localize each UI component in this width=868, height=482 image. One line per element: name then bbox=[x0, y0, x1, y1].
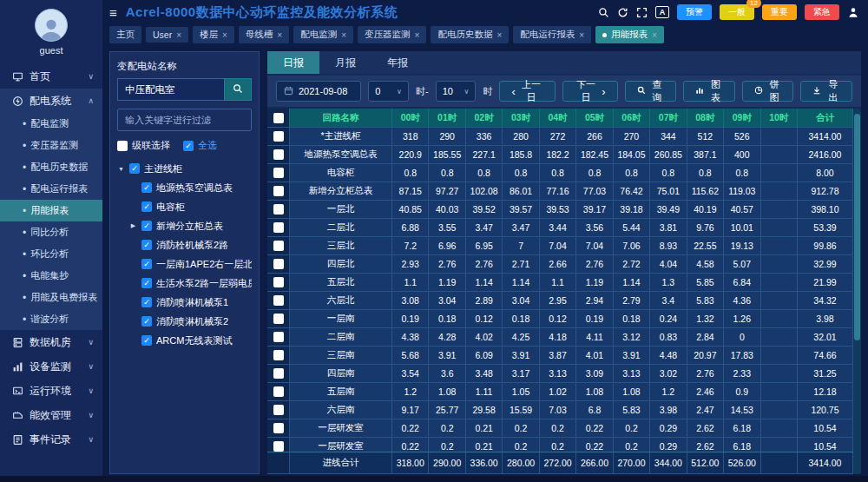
report-tab-年报[interactable]: 年报 bbox=[372, 51, 424, 74]
menu-toggle-icon[interactable]: ≡ bbox=[109, 5, 117, 20]
tree-node-root[interactable]: ▼主进线柜 bbox=[117, 159, 252, 178]
hour-to-select[interactable]: 10 ∨ bbox=[436, 81, 477, 102]
refresh-icon[interactable] bbox=[617, 7, 628, 18]
language-icon[interactable]: A bbox=[655, 6, 669, 18]
report-tab-日报[interactable]: 日报 bbox=[267, 51, 319, 74]
fullscreen-icon[interactable] bbox=[636, 7, 648, 18]
tree-node-一层南1APE2右一层北1APE1左[interactable]: 一层南1APE2右一层北1APE1左 bbox=[117, 254, 252, 274]
tree-checkbox[interactable] bbox=[141, 316, 152, 327]
prev-day-button[interactable]: ‹ 上一日 bbox=[499, 81, 555, 102]
alarm-button-重要[interactable]: 重要 bbox=[762, 4, 797, 20]
tab-楼层[interactable]: 楼层× bbox=[193, 26, 234, 43]
row-checkbox[interactable] bbox=[273, 186, 284, 196]
row-checkbox[interactable] bbox=[273, 368, 284, 379]
sidebar-subitem-用能及电费报表[interactable]: •用能及电费报表 bbox=[0, 287, 102, 308]
chart-button[interactable]: 图表 bbox=[683, 81, 735, 102]
sidebar-subitem-变压器监测[interactable]: •变压器监测 bbox=[0, 135, 102, 156]
row-checkbox[interactable] bbox=[273, 277, 284, 287]
tree-node-ARCM无线表测试[interactable]: ARCM无线表测试 bbox=[117, 331, 252, 350]
row-checkbox[interactable] bbox=[273, 441, 284, 452]
tree-node-消防喷淋机械泵1[interactable]: 消防喷淋机械泵1 bbox=[117, 293, 252, 312]
row-checkbox[interactable] bbox=[273, 423, 284, 433]
row-checkbox[interactable] bbox=[273, 241, 284, 251]
tree-checkbox[interactable] bbox=[141, 201, 152, 212]
query-button[interactable]: 查询 bbox=[625, 81, 677, 102]
alarm-button-一般[interactable]: 一般12 bbox=[720, 4, 754, 20]
close-icon[interactable]: × bbox=[176, 30, 181, 40]
row-checkbox[interactable] bbox=[273, 113, 284, 123]
sidebar-subitem-环比分析[interactable]: •环比分析 bbox=[0, 243, 102, 265]
close-icon[interactable]: × bbox=[277, 30, 282, 40]
caret-down-icon[interactable]: ▼ bbox=[117, 166, 125, 172]
avatar[interactable] bbox=[35, 9, 68, 42]
sidebar-subitem-同比分析[interactable]: •同比分析 bbox=[0, 221, 102, 243]
tree-checkbox[interactable] bbox=[141, 240, 152, 250]
hour-from-select[interactable]: 0 ∨ bbox=[368, 81, 409, 102]
tree-node-消防喷淋机械泵2[interactable]: 消防喷淋机械泵2 bbox=[117, 312, 252, 331]
row-checkbox[interactable] bbox=[273, 386, 284, 397]
row-checkbox[interactable] bbox=[273, 295, 284, 306]
sidebar-item-数据机房[interactable]: 数据机房∨ bbox=[0, 330, 102, 354]
tree-node-消防栓机械泵2路[interactable]: 消防栓机械泵2路 bbox=[117, 235, 252, 254]
tree-checkbox[interactable] bbox=[141, 259, 152, 269]
close-icon[interactable]: × bbox=[652, 30, 657, 40]
user-icon[interactable] bbox=[847, 6, 859, 18]
close-icon[interactable]: × bbox=[415, 30, 420, 40]
sidebar-subitem-配电监测[interactable]: •配电监测 bbox=[0, 113, 102, 135]
row-checkbox[interactable] bbox=[273, 149, 284, 160]
date-picker[interactable]: 2021-09-08 bbox=[276, 81, 361, 102]
tree-checkbox[interactable] bbox=[129, 163, 140, 174]
tab-母线槽[interactable]: 母线槽× bbox=[239, 26, 289, 43]
station-search-button[interactable] bbox=[224, 78, 252, 101]
close-icon[interactable]: × bbox=[222, 30, 227, 40]
alarm-button-紧急[interactable]: 紧急 bbox=[805, 4, 839, 20]
row-checkbox[interactable] bbox=[273, 405, 284, 415]
tree-checkbox[interactable] bbox=[141, 335, 152, 346]
sidebar-subitem-配电历史数据[interactable]: •配电历史数据 bbox=[0, 156, 102, 178]
row-checkbox[interactable] bbox=[273, 222, 284, 233]
close-icon[interactable]: × bbox=[341, 30, 346, 40]
cascade-checkbox[interactable] bbox=[117, 141, 128, 151]
tree-node-地源热泵空调总表[interactable]: 地源热泵空调总表 bbox=[117, 178, 252, 197]
tab-User[interactable]: User× bbox=[146, 27, 188, 43]
sidebar-item-配电系统[interactable]: 配电系统∧ bbox=[0, 89, 102, 113]
row-checkbox[interactable] bbox=[273, 131, 284, 142]
tree-node-新增分立柜总表[interactable]: ▶新增分立柜总表 bbox=[117, 216, 252, 235]
tab-配电历史数据[interactable]: 配电历史数据× bbox=[431, 26, 509, 43]
sidebar-item-运行环境[interactable]: 运行环境∨ bbox=[0, 379, 102, 403]
next-day-button[interactable]: 下一日 › bbox=[562, 81, 618, 102]
sidebar-subitem-电能集抄[interactable]: •电能集抄 bbox=[0, 265, 102, 287]
keyword-filter-input[interactable] bbox=[117, 109, 252, 131]
tab-配电监测[interactable]: 配电监测× bbox=[293, 26, 353, 43]
tree-node-电容柜[interactable]: 电容柜 bbox=[117, 197, 252, 216]
sidebar-subitem-配电运行报表[interactable]: •配电运行报表 bbox=[0, 178, 102, 200]
tab-变压器监测[interactable]: 变压器监测× bbox=[358, 26, 426, 43]
close-icon[interactable]: × bbox=[496, 30, 502, 40]
select-all-checkbox[interactable] bbox=[183, 141, 194, 151]
close-icon[interactable]: × bbox=[579, 30, 584, 40]
row-checkbox[interactable] bbox=[273, 332, 284, 342]
tree-checkbox[interactable] bbox=[141, 182, 152, 193]
tree-checkbox[interactable] bbox=[141, 297, 152, 307]
row-checkbox[interactable] bbox=[273, 350, 284, 360]
sidebar-item-首页[interactable]: 首页∨ bbox=[0, 64, 102, 89]
row-checkbox[interactable] bbox=[273, 259, 284, 269]
table-scrollbar[interactable] bbox=[853, 109, 861, 474]
row-checkbox[interactable] bbox=[273, 204, 284, 215]
tree-checkbox[interactable] bbox=[141, 221, 152, 231]
station-select[interactable]: 中压配电室 bbox=[117, 78, 224, 101]
scrollbar-thumb[interactable] bbox=[854, 114, 860, 340]
alarm-button-预警[interactable]: 预警 bbox=[677, 4, 712, 20]
caret-right-icon[interactable]: ▶ bbox=[129, 222, 137, 229]
sidebar-item-能效管理[interactable]: 能效管理∨ bbox=[0, 403, 102, 427]
tab-配电运行报表[interactable]: 配电运行报表× bbox=[513, 26, 591, 43]
tab-主页[interactable]: 主页 bbox=[109, 26, 141, 43]
row-checkbox[interactable] bbox=[273, 168, 284, 178]
export-button[interactable]: 导出 bbox=[800, 81, 852, 102]
search-icon[interactable] bbox=[598, 7, 609, 18]
sidebar-subitem-谐波分析[interactable]: •谐波分析 bbox=[0, 308, 102, 330]
tree-node-生活水泵2路一层弱电房[interactable]: 生活水泵2路一层弱电房 bbox=[117, 274, 252, 293]
tree-checkbox[interactable] bbox=[141, 278, 152, 288]
sidebar-item-设备监测[interactable]: 设备监测∨ bbox=[0, 354, 102, 379]
tab-用能报表[interactable]: 用能报表× bbox=[595, 26, 664, 43]
